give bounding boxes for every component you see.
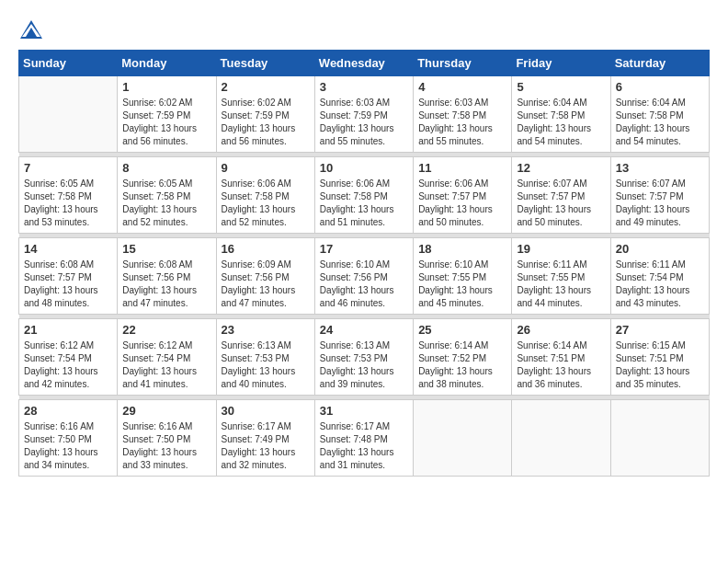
day-number: 29 xyxy=(122,404,210,418)
calendar-table: SundayMondayTuesdayWednesdayThursdayFrid… xyxy=(18,50,710,477)
day-number: 11 xyxy=(418,161,506,175)
day-number: 19 xyxy=(517,242,605,256)
day-info: Sunrise: 6:10 AMSunset: 7:56 PMDaylight:… xyxy=(320,259,408,310)
calendar-cell: 28Sunrise: 6:16 AMSunset: 7:50 PMDayligh… xyxy=(19,400,118,477)
calendar-cell: 31Sunrise: 6:17 AMSunset: 7:48 PMDayligh… xyxy=(314,400,413,477)
calendar-cell: 7Sunrise: 6:05 AMSunset: 7:58 PMDaylight… xyxy=(19,157,118,234)
day-info: Sunrise: 6:17 AMSunset: 7:48 PMDaylight:… xyxy=(320,420,408,472)
day-number: 18 xyxy=(418,242,506,256)
day-info: Sunrise: 6:14 AMSunset: 7:51 PMDaylight:… xyxy=(517,339,605,391)
calendar-header-row: SundayMondayTuesdayWednesdayThursdayFrid… xyxy=(19,51,710,76)
calendar-cell xyxy=(610,400,709,477)
day-info: Sunrise: 6:07 AMSunset: 7:57 PMDaylight:… xyxy=(517,178,605,229)
day-number: 17 xyxy=(320,242,408,256)
day-info: Sunrise: 6:11 AMSunset: 7:55 PMDaylight:… xyxy=(517,259,605,310)
day-info: Sunrise: 6:12 AMSunset: 7:54 PMDaylight:… xyxy=(122,339,210,391)
calendar-cell: 14Sunrise: 6:08 AMSunset: 7:57 PMDayligh… xyxy=(19,238,118,315)
header-saturday: Saturday xyxy=(610,51,709,76)
day-number: 31 xyxy=(320,404,408,418)
calendar-cell: 27Sunrise: 6:15 AMSunset: 7:51 PMDayligh… xyxy=(610,319,709,396)
day-info: Sunrise: 6:04 AMSunset: 7:58 PMDaylight:… xyxy=(517,97,605,148)
calendar-cell: 25Sunrise: 6:14 AMSunset: 7:52 PMDayligh… xyxy=(414,319,512,396)
week-row-3: 14Sunrise: 6:08 AMSunset: 7:57 PMDayligh… xyxy=(19,238,710,315)
day-info: Sunrise: 6:03 AMSunset: 7:58 PMDaylight:… xyxy=(418,97,506,148)
header-sunday: Sunday xyxy=(19,51,118,76)
day-number: 7 xyxy=(24,161,112,175)
day-number: 23 xyxy=(222,323,310,337)
calendar-cell: 22Sunrise: 6:12 AMSunset: 7:54 PMDayligh… xyxy=(118,319,216,396)
day-number: 21 xyxy=(24,323,112,337)
day-number: 24 xyxy=(320,323,408,337)
day-info: Sunrise: 6:08 AMSunset: 7:57 PMDaylight:… xyxy=(24,259,112,310)
day-number: 28 xyxy=(24,404,112,418)
day-number: 3 xyxy=(320,80,408,94)
day-info: Sunrise: 6:02 AMSunset: 7:59 PMDaylight:… xyxy=(222,97,310,148)
day-number: 8 xyxy=(122,161,210,175)
calendar-cell: 16Sunrise: 6:09 AMSunset: 7:56 PMDayligh… xyxy=(216,238,314,315)
calendar-cell: 21Sunrise: 6:12 AMSunset: 7:54 PMDayligh… xyxy=(19,319,118,396)
day-info: Sunrise: 6:11 AMSunset: 7:54 PMDaylight:… xyxy=(616,259,704,310)
calendar-cell: 12Sunrise: 6:07 AMSunset: 7:57 PMDayligh… xyxy=(512,157,610,234)
day-info: Sunrise: 6:15 AMSunset: 7:51 PMDaylight:… xyxy=(616,339,704,391)
calendar-cell: 23Sunrise: 6:13 AMSunset: 7:53 PMDayligh… xyxy=(216,319,314,396)
day-number: 13 xyxy=(616,161,704,175)
calendar-cell: 1Sunrise: 6:02 AMSunset: 7:59 PMDaylight… xyxy=(118,76,216,153)
header xyxy=(18,18,710,40)
day-number: 30 xyxy=(222,404,310,418)
calendar-cell xyxy=(19,76,118,153)
week-row-4: 21Sunrise: 6:12 AMSunset: 7:54 PMDayligh… xyxy=(19,319,710,396)
day-info: Sunrise: 6:06 AMSunset: 7:58 PMDaylight:… xyxy=(320,178,408,229)
day-number: 4 xyxy=(418,80,506,94)
day-number: 2 xyxy=(222,80,310,94)
calendar-cell: 17Sunrise: 6:10 AMSunset: 7:56 PMDayligh… xyxy=(314,238,413,315)
day-info: Sunrise: 6:17 AMSunset: 7:49 PMDaylight:… xyxy=(222,420,310,472)
calendar-cell: 5Sunrise: 6:04 AMSunset: 7:58 PMDaylight… xyxy=(512,76,610,153)
day-number: 25 xyxy=(418,323,506,337)
week-row-2: 7Sunrise: 6:05 AMSunset: 7:58 PMDaylight… xyxy=(19,157,710,234)
day-number: 20 xyxy=(616,242,704,256)
day-number: 14 xyxy=(24,242,112,256)
day-number: 5 xyxy=(517,80,605,94)
calendar-cell: 29Sunrise: 6:16 AMSunset: 7:50 PMDayligh… xyxy=(118,400,216,477)
day-number: 15 xyxy=(122,242,210,256)
day-info: Sunrise: 6:08 AMSunset: 7:56 PMDaylight:… xyxy=(122,259,210,310)
week-row-5: 28Sunrise: 6:16 AMSunset: 7:50 PMDayligh… xyxy=(19,400,710,477)
logo xyxy=(18,18,48,40)
header-friday: Friday xyxy=(512,51,610,76)
calendar-cell xyxy=(414,400,512,477)
calendar-cell: 10Sunrise: 6:06 AMSunset: 7:58 PMDayligh… xyxy=(314,157,413,234)
calendar-cell: 26Sunrise: 6:14 AMSunset: 7:51 PMDayligh… xyxy=(512,319,610,396)
day-number: 10 xyxy=(320,161,408,175)
header-thursday: Thursday xyxy=(414,51,512,76)
calendar-cell: 8Sunrise: 6:05 AMSunset: 7:58 PMDaylight… xyxy=(118,157,216,234)
calendar-cell: 11Sunrise: 6:06 AMSunset: 7:57 PMDayligh… xyxy=(414,157,512,234)
day-info: Sunrise: 6:07 AMSunset: 7:57 PMDaylight:… xyxy=(616,178,704,229)
day-info: Sunrise: 6:09 AMSunset: 7:56 PMDaylight:… xyxy=(222,259,310,310)
day-info: Sunrise: 6:06 AMSunset: 7:57 PMDaylight:… xyxy=(418,178,506,229)
calendar-cell: 2Sunrise: 6:02 AMSunset: 7:59 PMDaylight… xyxy=(216,76,314,153)
day-info: Sunrise: 6:14 AMSunset: 7:52 PMDaylight:… xyxy=(418,339,506,391)
day-info: Sunrise: 6:13 AMSunset: 7:53 PMDaylight:… xyxy=(222,339,310,391)
header-monday: Monday xyxy=(118,51,216,76)
day-info: Sunrise: 6:10 AMSunset: 7:55 PMDaylight:… xyxy=(418,259,506,310)
day-number: 12 xyxy=(517,161,605,175)
day-info: Sunrise: 6:02 AMSunset: 7:59 PMDaylight:… xyxy=(122,97,210,148)
calendar-cell: 19Sunrise: 6:11 AMSunset: 7:55 PMDayligh… xyxy=(512,238,610,315)
day-info: Sunrise: 6:12 AMSunset: 7:54 PMDaylight:… xyxy=(24,339,112,391)
day-info: Sunrise: 6:16 AMSunset: 7:50 PMDaylight:… xyxy=(122,420,210,472)
day-number: 26 xyxy=(517,323,605,337)
day-number: 27 xyxy=(616,323,704,337)
calendar-cell: 6Sunrise: 6:04 AMSunset: 7:58 PMDaylight… xyxy=(610,76,709,153)
calendar-cell: 20Sunrise: 6:11 AMSunset: 7:54 PMDayligh… xyxy=(610,238,709,315)
day-info: Sunrise: 6:13 AMSunset: 7:53 PMDaylight:… xyxy=(320,339,408,391)
calendar-cell: 9Sunrise: 6:06 AMSunset: 7:58 PMDaylight… xyxy=(216,157,314,234)
day-info: Sunrise: 6:06 AMSunset: 7:58 PMDaylight:… xyxy=(222,178,310,229)
calendar-cell: 30Sunrise: 6:17 AMSunset: 7:49 PMDayligh… xyxy=(216,400,314,477)
day-info: Sunrise: 6:03 AMSunset: 7:59 PMDaylight:… xyxy=(320,97,408,148)
day-number: 6 xyxy=(616,80,704,94)
day-number: 16 xyxy=(222,242,310,256)
calendar-cell: 24Sunrise: 6:13 AMSunset: 7:53 PMDayligh… xyxy=(314,319,413,396)
calendar-cell: 4Sunrise: 6:03 AMSunset: 7:58 PMDaylight… xyxy=(414,76,512,153)
header-wednesday: Wednesday xyxy=(314,51,413,76)
calendar-cell: 13Sunrise: 6:07 AMSunset: 7:57 PMDayligh… xyxy=(610,157,709,234)
